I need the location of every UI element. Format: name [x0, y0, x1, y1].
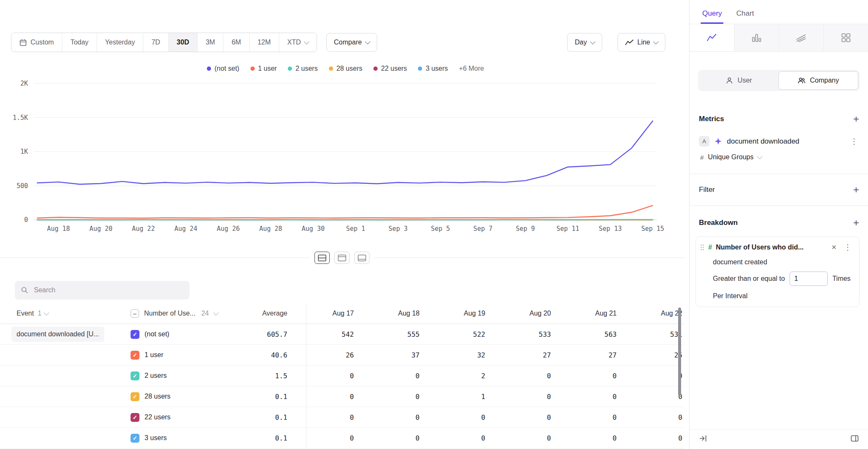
- add-breakdown-button[interactable]: +: [853, 218, 859, 228]
- metric-item[interactable]: A document downloaded ⋮ # Unique Groups: [699, 136, 860, 161]
- x-axis-tick-label: Aug 20: [89, 225, 112, 233]
- range-6m-button[interactable]: 6M: [223, 33, 249, 52]
- event-row-label[interactable]: document downloaded [U...: [11, 327, 104, 342]
- date-column-header[interactable]: Aug 19: [428, 310, 494, 317]
- results-table: Event 1 – Number of Use... 24 Average Au…: [0, 303, 684, 449]
- range-label: XTD: [287, 39, 301, 46]
- legend-item[interactable]: 1 user: [250, 65, 277, 72]
- legend-item[interactable]: 22 users: [373, 65, 407, 72]
- series-label: 1 user: [145, 351, 163, 359]
- sidebar-layout-icon: [851, 435, 859, 442]
- collapse-right-icon: [699, 434, 707, 443]
- series-checkbox[interactable]: ✓: [131, 434, 139, 443]
- legend-item[interactable]: 2 users: [288, 65, 317, 72]
- line-chart-icon: [625, 39, 634, 46]
- value-cell: 0: [362, 372, 428, 380]
- numeric-property-icon: #: [708, 244, 712, 251]
- breakdown-event-name[interactable]: document created: [713, 258, 853, 266]
- value-cell: 0: [625, 372, 684, 380]
- interval-button[interactable]: Day: [567, 33, 602, 52]
- x-axis-tick-label: Aug 24: [174, 225, 197, 233]
- legend-item[interactable]: 3 users: [418, 65, 448, 72]
- range-yesterday-button[interactable]: Yesterday: [97, 33, 144, 52]
- chart-type-line-button[interactable]: [690, 24, 734, 51]
- value-cell: 0: [362, 413, 428, 421]
- chevron-down-icon: [213, 310, 219, 316]
- value-cell: 0: [362, 393, 428, 401]
- view-table-only-button[interactable]: [354, 252, 370, 264]
- tab-chart[interactable]: Chart: [736, 9, 754, 24]
- chart-type-stacked-button[interactable]: [779, 24, 824, 51]
- value-cell: 531: [625, 330, 684, 338]
- x-axis-labels: Aug 18Aug 20Aug 22Aug 24Aug 26Aug 28Aug …: [0, 222, 684, 233]
- chart-type-metric-button[interactable]: [824, 24, 868, 51]
- toolbar: Custom Today Yesterday 7D 30D 3M 6M 12M …: [11, 33, 665, 52]
- x-axis-tick-label: Sep 11: [556, 225, 579, 233]
- series-checkbox[interactable]: ✓: [131, 392, 139, 401]
- date-column-header[interactable]: Aug 17: [297, 310, 362, 317]
- metric-menu-button[interactable]: ⋮: [849, 137, 860, 146]
- chart-type-button[interactable]: Line: [618, 33, 665, 52]
- series-checkbox[interactable]: ✓: [131, 371, 139, 380]
- legend-item[interactable]: (not set): [207, 65, 239, 72]
- range-3m-button[interactable]: 3M: [198, 33, 223, 52]
- view-split-button[interactable]: [314, 252, 330, 264]
- value-cell: 32: [428, 351, 494, 359]
- series-cell: ✓1 user: [131, 351, 226, 360]
- date-column-header[interactable]: Aug 18: [362, 310, 428, 317]
- value-cell: 0: [559, 393, 625, 401]
- chart-type-strip: [690, 24, 868, 52]
- legend-more-link[interactable]: +6 More: [459, 65, 484, 72]
- select-all-checkbox[interactable]: –: [131, 309, 139, 318]
- series-checkbox[interactable]: ✓: [131, 330, 139, 339]
- range-today-button[interactable]: Today: [62, 33, 97, 52]
- range-30d-button[interactable]: 30D: [169, 33, 198, 52]
- value-cell: 522: [428, 330, 494, 338]
- side-panel-toggle-button[interactable]: [851, 435, 859, 444]
- breakdown-title[interactable]: Number of Users who did...: [716, 244, 826, 251]
- table-body: document downloaded [U...✓(not set)605.7…: [0, 324, 684, 449]
- table-row: ✓3 users0.1000000: [0, 428, 684, 449]
- main-content-area: Custom Today Yesterday 7D 30D 3M 6M 12M …: [0, 0, 684, 449]
- legend-item[interactable]: 28 users: [329, 65, 362, 72]
- tab-query[interactable]: Query: [702, 9, 722, 24]
- average-column-header[interactable]: Average: [226, 310, 297, 317]
- value-cell: 0: [625, 434, 684, 442]
- drag-handle-icon[interactable]: [700, 244, 704, 251]
- event-column-header[interactable]: Event 1: [0, 310, 131, 317]
- breakdown-menu-button[interactable]: ⋮: [842, 243, 853, 252]
- range-7d-button[interactable]: 7D: [143, 33, 168, 52]
- remove-breakdown-button[interactable]: ✕: [829, 243, 838, 252]
- range-label: 12M: [258, 39, 271, 46]
- range-custom-button[interactable]: Custom: [11, 33, 62, 52]
- value-cell: 0: [297, 434, 362, 442]
- condition-label[interactable]: Greater than or equal to: [713, 275, 785, 283]
- vertical-scrollbar[interactable]: [678, 308, 681, 396]
- date-column-header[interactable]: Aug 21: [559, 310, 625, 317]
- panel-footer: [690, 429, 868, 449]
- range-xtd-button[interactable]: XTD: [279, 33, 317, 52]
- value-cell: 0: [494, 372, 559, 380]
- entity-company-button[interactable]: Company: [779, 71, 859, 90]
- series-checkbox[interactable]: ✓: [131, 351, 139, 360]
- compare-button[interactable]: Compare: [326, 33, 377, 52]
- legend-color-dot: [418, 67, 422, 71]
- series-checkbox[interactable]: ✓: [131, 413, 139, 422]
- date-column-header[interactable]: Aug 22: [625, 310, 684, 317]
- chart-type-bar-button[interactable]: [734, 24, 779, 51]
- date-column-header[interactable]: Aug 20: [494, 310, 559, 317]
- search-icon: [21, 286, 28, 294]
- range-12m-button[interactable]: 12M: [250, 33, 279, 52]
- add-filter-button[interactable]: +: [853, 185, 859, 195]
- times-value-input[interactable]: [790, 272, 828, 286]
- add-metric-button[interactable]: +: [853, 114, 859, 124]
- value-cell: 0: [428, 413, 494, 421]
- view-chart-only-button[interactable]: [334, 252, 350, 264]
- line-chart-icon: [707, 33, 717, 43]
- per-interval-label[interactable]: Per Interval: [713, 292, 853, 300]
- collapse-panel-button[interactable]: [699, 434, 707, 444]
- legend-label: 2 users: [295, 65, 317, 72]
- breakdown-column-header[interactable]: – Number of Use... 24: [131, 309, 226, 318]
- entity-user-button[interactable]: User: [699, 71, 779, 90]
- search-input[interactable]: [33, 286, 184, 294]
